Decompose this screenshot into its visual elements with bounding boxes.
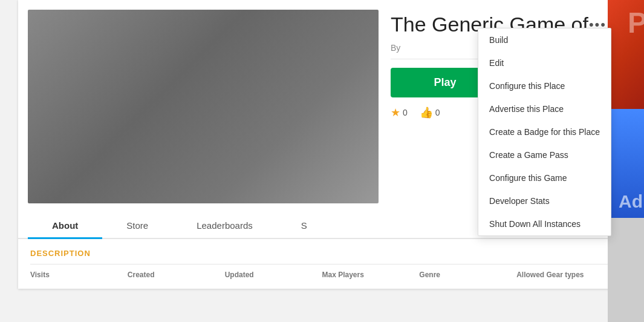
dropdown-item-create-gamepass[interactable]: Create a Game Pass: [478, 143, 611, 166]
stat-col-visits: Visits: [30, 271, 128, 279]
thumbsup-count: 0: [435, 108, 440, 117]
dropdown-item-edit[interactable]: Edit: [478, 51, 611, 74]
game-thumbnail: [28, 10, 379, 203]
thumbsup-stat: 👍 0: [420, 106, 440, 119]
stat-col-genre: Genre: [419, 271, 516, 279]
dropdown-menu: Build Edit Configure this Place Advertis…: [478, 28, 611, 236]
description-section: DESCRIPTION Visits Created Updated Max P…: [18, 239, 626, 289]
stats-table: Visits Created Updated Max Players Genre…: [30, 264, 614, 279]
stat-col-created: Created: [128, 271, 225, 279]
tab-store[interactable]: Store: [102, 213, 172, 238]
rating-stat: ★ 0: [391, 106, 408, 119]
dropdown-item-configure-place[interactable]: Configure this Place: [478, 74, 611, 97]
main-container: ••• The Generic Game of By Play ★ 0 👍 0 …: [18, 0, 626, 289]
star-icon: ★: [391, 106, 400, 119]
rating-count: 0: [403, 108, 408, 117]
description-label: DESCRIPTION: [30, 249, 614, 258]
dropdown-item-build[interactable]: Build: [478, 28, 611, 51]
game-info: ••• The Generic Game of By Play ★ 0 👍 0 …: [391, 10, 616, 203]
tab-about[interactable]: About: [28, 213, 102, 238]
side-panel-bot: [608, 218, 644, 322]
side-panel: [608, 0, 644, 322]
top-section: ••• The Generic Game of By Play ★ 0 👍 0 …: [18, 0, 626, 213]
tab-s[interactable]: S: [277, 213, 331, 238]
thumbsup-icon: 👍: [420, 106, 433, 119]
side-panel-mid: [608, 109, 644, 218]
dropdown-item-advertise-place[interactable]: Advertise this Place: [478, 97, 611, 120]
dropdown-item-developer-stats[interactable]: Developer Stats: [478, 189, 611, 212]
dropdown-item-shutdown[interactable]: Shut Down All Instances: [478, 212, 611, 235]
tab-leaderboards[interactable]: Leaderboards: [172, 213, 277, 238]
stat-col-updated: Updated: [225, 271, 322, 279]
stat-col-maxplayers: Max Players: [322, 271, 419, 279]
stat-col-gear: Allowed Gear types: [516, 271, 614, 279]
dropdown-item-create-badge[interactable]: Create a Badge for this Place: [478, 120, 611, 143]
side-panel-top: [608, 0, 644, 109]
dropdown-item-configure-game[interactable]: Configure this Game: [478, 166, 611, 189]
